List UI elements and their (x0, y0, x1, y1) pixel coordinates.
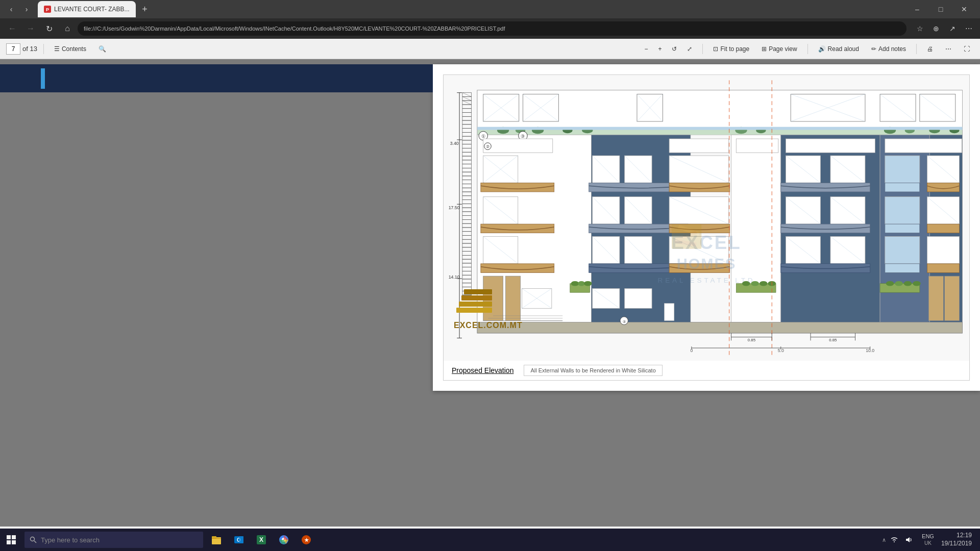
logo-icon (454, 285, 497, 323)
tab-next-icon[interactable]: › (19, 2, 34, 16)
toolbar-separator-4 (916, 44, 917, 54)
add-notes-button[interactable]: ✏ Add notes (867, 44, 910, 54)
zoom-out-button[interactable]: − (640, 44, 652, 54)
more-tools-icon[interactable]: ⋯ (962, 21, 976, 36)
svg-rect-47 (462, 235, 471, 239)
svg-rect-174 (781, 264, 870, 272)
tab-prev-icon[interactable]: ‹ (4, 2, 18, 16)
active-tab[interactable]: P LEVANTE COURT- ZABB... (38, 1, 136, 17)
zoom-in-button[interactable]: + (654, 44, 666, 54)
svg-rect-169 (885, 236, 920, 263)
back-button[interactable]: ← (4, 20, 20, 37)
svg-rect-96 (477, 127, 962, 130)
language-indicator[interactable]: ENG UK (919, 533, 937, 546)
forward-button[interactable]: → (22, 20, 39, 37)
contents-label: Contents (62, 45, 86, 53)
svg-rect-29 (462, 164, 471, 168)
taskbar-other-app[interactable]: ★ (295, 529, 317, 551)
print-button[interactable]: 🖨 (923, 44, 937, 54)
svg-text:②: ② (486, 144, 489, 149)
pdf-header-band (0, 64, 433, 92)
svg-point-192 (584, 281, 592, 286)
svg-rect-238 (7, 540, 11, 544)
page-number-input[interactable] (6, 43, 20, 55)
outlook-icon: O (233, 534, 244, 545)
start-button[interactable] (0, 529, 22, 551)
tab-nav: ‹ › (4, 2, 34, 16)
svg-text:P: P (46, 7, 49, 12)
address-bar-row: ← → ↻ ⌂ file:///C:/Users/Godwin%20Darman… (0, 18, 980, 39)
svg-rect-46 (462, 232, 471, 236)
svg-rect-52 (462, 255, 471, 259)
excel-icon: X (256, 534, 267, 545)
tray-arrow-icon[interactable]: ∧ (882, 537, 886, 543)
svg-rect-23 (462, 140, 471, 144)
notes-icon: ✏ (871, 45, 876, 53)
svg-rect-26 (462, 152, 471, 156)
page-view-label: Page view (769, 45, 797, 53)
toolbar-separator-1 (43, 44, 44, 54)
svg-rect-42 (462, 216, 471, 220)
volume-icon[interactable] (904, 536, 913, 544)
svg-rect-32 (462, 176, 471, 180)
close-button[interactable]: ✕ (952, 0, 976, 18)
fullscreen-button[interactable]: ⛶ (960, 44, 974, 54)
address-bar-icons: ☆ ⊕ ↗ ⋯ (913, 21, 976, 36)
zoom-rotate-icon[interactable]: ↺ (668, 44, 681, 54)
svg-rect-45 (462, 228, 471, 232)
svg-rect-232 (456, 308, 492, 313)
svg-rect-236 (7, 535, 11, 539)
svg-text:0.85: 0.85 (748, 338, 755, 342)
search-pdf-button[interactable]: 🔍 (94, 44, 110, 54)
fit-to-page-button[interactable]: ⊡ Fit to page (709, 44, 753, 54)
collections-icon[interactable]: ⊕ (929, 21, 943, 36)
svg-rect-113 (885, 139, 962, 153)
taskbar-excel[interactable]: X (250, 529, 273, 551)
minimize-button[interactable]: – (905, 0, 929, 18)
svg-rect-107 (483, 139, 553, 153)
tab-bar: ‹ › P LEVANTE COURT- ZABB... + – □ ✕ (0, 0, 980, 18)
svg-point-190 (571, 281, 579, 286)
svg-rect-58 (462, 279, 471, 283)
pdf-content-area[interactable]: 3.40 17.50 14.10 (0, 59, 980, 527)
svg-rect-170 (927, 236, 959, 263)
svg-text:③: ③ (521, 134, 525, 139)
new-tab-button[interactable]: + (138, 2, 152, 16)
svg-rect-134 (885, 183, 920, 191)
taskbar-outlook[interactable]: O (228, 529, 250, 551)
pdf-page: 3.40 17.50 14.10 (433, 64, 980, 391)
system-clock[interactable]: 12:19 19/11/2019 (937, 532, 976, 547)
svg-rect-234 (461, 295, 492, 300)
taskbar-search-box[interactable]: Type here to search (24, 532, 203, 548)
url-bar[interactable]: file:///C:/Users/Godwin%20Darmanin/AppDa… (78, 21, 906, 36)
taskbar: Type here to search O X (0, 529, 980, 551)
svg-line-9 (462, 93, 471, 97)
svg-rect-67 (477, 90, 962, 130)
language-region: UK (924, 540, 932, 546)
svg-point-199 (886, 281, 894, 286)
read-aloud-button[interactable]: 🔊 Read aloud (814, 44, 863, 54)
svg-rect-17 (462, 116, 471, 120)
svg-rect-110 (669, 139, 729, 153)
page-view-button[interactable]: ⊞ Page view (757, 44, 801, 54)
tab-title: LEVANTE COURT- ZABB... (54, 6, 130, 13)
refresh-button[interactable]: ↻ (41, 20, 57, 37)
svg-text:3.40: 3.40 (450, 141, 459, 146)
excel-homes-logo: EXCEL.COM.MT (454, 285, 523, 330)
maximize-button[interactable]: □ (929, 0, 952, 18)
svg-rect-24 (462, 144, 471, 148)
home-button[interactable]: ⌂ (59, 20, 76, 37)
network-icon[interactable] (890, 536, 898, 544)
svg-rect-50 (462, 247, 471, 252)
share-icon[interactable]: ↗ (945, 21, 960, 36)
taskbar-chrome[interactable] (273, 529, 295, 551)
more-options-button[interactable]: ⋯ (941, 44, 955, 54)
taskbar-file-explorer[interactable] (205, 529, 228, 551)
svg-rect-55 (462, 267, 471, 271)
contents-button[interactable]: ☰ Contents (50, 44, 90, 54)
drawing-area: 3.40 17.50 14.10 (444, 75, 969, 361)
svg-text:17.50: 17.50 (449, 205, 460, 210)
zoom-actual-icon[interactable]: ⤢ (683, 44, 696, 54)
favorites-icon[interactable]: ☆ (913, 21, 927, 36)
toolbar-separator-3 (807, 44, 808, 54)
